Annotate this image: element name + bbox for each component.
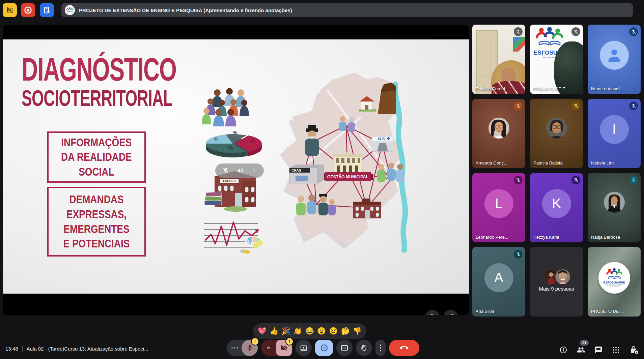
mic-off-icon <box>571 176 580 184</box>
participant-name: Ana Silva <box>476 309 494 314</box>
cc-label: CC <box>342 347 346 350</box>
meeting-title: PROJETO DE EXTENSÃO DE ENSINO E PESQUISA… <box>79 7 292 13</box>
participant-name: Nadja Barbosa <box>591 235 620 240</box>
participant-tile[interactable]: A Ana Silva <box>472 247 525 317</box>
camera-button-group: ! <box>261 340 292 356</box>
unpin-icon[interactable] <box>222 167 229 174</box>
more-options-icon[interactable] <box>251 168 257 173</box>
reaction-laugh[interactable]: 😂 <box>305 327 314 335</box>
reaction-cry[interactable]: 😢 <box>329 327 338 335</box>
map-cras-building: CRAS <box>289 164 324 184</box>
cras-sign: CRAS <box>291 169 301 172</box>
esfosuas-pe-logo: ESFOSUAS/PE <box>598 262 630 294</box>
meet-window: PROJETO DE EXTENSÃO DE ENSINO E PESQUISA… <box>0 0 644 359</box>
reaction-thumbs-down[interactable]: 👎 <box>353 327 362 335</box>
map-sus-building: SUS <box>372 137 393 151</box>
participant-name: Amanda Gonç... <box>476 160 507 166</box>
host-controls-badge <box>634 350 639 355</box>
participant-name: Name not avail... <box>591 86 624 91</box>
camera-warning-badge: ! <box>285 337 293 346</box>
participant-tile[interactable]: I Isabela Lins <box>588 99 641 168</box>
more-options-button[interactable] <box>375 340 386 356</box>
transcription-extension-button[interactable] <box>40 3 54 17</box>
avatar-initial: K <box>552 196 561 211</box>
chevron-up-icon[interactable] <box>265 345 272 351</box>
mic-off-icon <box>514 250 523 259</box>
avatar <box>555 269 570 284</box>
activities-button[interactable] <box>612 346 620 354</box>
participant-tile[interactable]: Patricia Batista <box>530 99 583 168</box>
slide-box-informacoes: INFORMAÇÕES DA REALIDADE SOCIAL <box>47 131 146 183</box>
annotation-off-icon <box>6 6 14 14</box>
reaction-surprised[interactable]: 😮 <box>317 327 326 335</box>
captions-button[interactable]: CC <box>336 340 353 356</box>
participant-tile[interactable]: L Leonardo Pere... <box>472 173 525 242</box>
mic-warning-badge: ! <box>251 337 259 346</box>
participant-grid: Priscilla Cordei... ESFOSUAS Escola de F… <box>472 25 641 317</box>
participants-button[interactable]: 21 <box>577 346 585 354</box>
mic-off-icon <box>571 27 580 36</box>
map-banner-text: GESTÃO MUNICIPAL <box>327 174 368 179</box>
chat-button[interactable] <box>594 346 603 354</box>
avatar-initial: L <box>495 196 502 211</box>
audio-settings-icon[interactable] <box>227 347 238 349</box>
avatar-initial: A <box>494 270 503 285</box>
sus-sign: SUS <box>378 137 385 141</box>
participant-tile[interactable]: Priscilla Cordei... <box>472 25 525 94</box>
meeting-code-label: Aula 02 - (Tarde)Curso 13: Atualização s… <box>27 346 148 352</box>
participant-name: Leonardo Pere... <box>476 235 508 240</box>
participant-tile[interactable]: Amanda Gonç... <box>472 99 525 168</box>
present-button[interactable] <box>296 340 312 356</box>
reaction-thinking[interactable]: 🤔 <box>341 327 349 335</box>
audio-icon[interactable] <box>237 167 244 174</box>
raise-hand-button[interactable] <box>356 340 372 356</box>
participant-name: PROJETO DE E... <box>533 86 569 91</box>
pie-percent-3: % <box>251 138 255 144</box>
reaction-clap[interactable]: 👏 <box>293 327 302 335</box>
slide-title-line2: SOCIOTERRITORIAL <box>22 86 176 111</box>
mic-off-icon <box>514 101 523 110</box>
overflow-tile[interactable]: Mais 9 pessoas <box>530 247 583 317</box>
line-chart-illustration <box>204 218 270 255</box>
slide-box-demandas: DEMANDAS EXPRESSAS, EMERGENTES E POTENCI… <box>47 187 146 257</box>
avatar-initial: I <box>612 122 616 137</box>
mic-off-icon <box>629 27 638 36</box>
avatar: I <box>600 115 629 144</box>
divider <box>22 346 23 352</box>
reactions-button[interactable] <box>315 340 333 356</box>
avatar <box>600 41 629 70</box>
avatar <box>546 118 567 139</box>
record-icon <box>24 6 32 14</box>
participant-name: PROJETO DE ... <box>591 309 624 314</box>
participant-tile[interactable]: ESFOSUAS Escola de For... PROJETO DE E..… <box>530 25 583 94</box>
reaction-heart[interactable]: 💖 <box>258 327 267 335</box>
end-call-button[interactable] <box>389 340 419 356</box>
mic-off-icon <box>514 176 523 184</box>
reaction-bar: 💖 👍 🎉 👏 😂 😮 😢 🤔 👎 <box>253 323 366 339</box>
meeting-details-button[interactable] <box>559 346 568 354</box>
reaction-thumbs-up[interactable]: 👍 <box>270 327 278 335</box>
annotation-extension-button[interactable] <box>3 3 17 17</box>
avatar <box>488 118 509 139</box>
participant-tile[interactable]: K Kezzya Karla <box>530 173 583 242</box>
mic-button-group: ! <box>227 340 258 356</box>
person-icon <box>606 47 623 64</box>
pie-percent-2: % <box>233 129 237 135</box>
zoom-in-button[interactable] <box>425 310 440 315</box>
reaction-party[interactable]: 🎉 <box>281 327 290 335</box>
logo-word-pe: ESFOSUAS/PE <box>603 281 625 284</box>
avatar: A <box>484 263 513 292</box>
control-bar: 13:48 Aula 02 - (Tarde)Curso 13: Atualiz… <box>0 337 644 359</box>
school-sign: ESCOLA <box>223 179 236 183</box>
presentation-stage[interactable]: DIAGNÓSTICO SOCIOTERRITORIAL INFORMAÇÕES… <box>3 25 469 315</box>
avatar: K <box>542 189 571 218</box>
transcript-icon <box>43 6 51 14</box>
fullscreen-button[interactable] <box>443 310 458 315</box>
slide-box1-text: INFORMAÇÕES DA REALIDADE SOCIAL <box>61 135 132 179</box>
record-extension-button[interactable] <box>21 3 35 17</box>
participant-tile[interactable]: Nadja Barbosa <box>588 173 641 242</box>
participant-tile[interactable]: Name not avail... <box>588 25 641 94</box>
pie-percent-4: % <box>228 145 233 151</box>
host-controls-button[interactable] <box>629 346 638 354</box>
participant-tile[interactable]: ESFOSUAS/PE PROJETO DE ... <box>588 247 641 317</box>
